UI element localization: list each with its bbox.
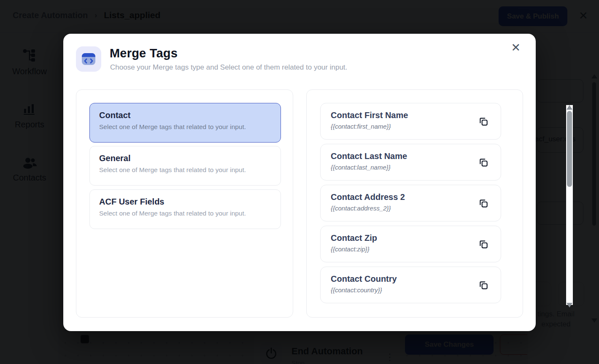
category-description: Select one of Merge tags that related to…: [99, 210, 271, 217]
modal-subtitle: Choose your Merge tags type and Select o…: [110, 63, 347, 72]
category-title: ACF User Fields: [99, 197, 271, 207]
merge-tag-label: Contact Address 2: [331, 192, 491, 202]
modal-title: Merge Tags: [110, 46, 178, 60]
merge-tag-code: {{contact:address_2}}: [331, 205, 491, 212]
merge-tags-icon-tile: [76, 46, 101, 72]
modal-close-icon[interactable]: ✕: [511, 42, 521, 54]
merge-tag-label: Contact Zip: [331, 233, 491, 243]
merge-tag-label: Contact Last Name: [331, 151, 491, 161]
copy-icon[interactable]: [478, 157, 489, 168]
category-description: Select one of Merge tags that related to…: [99, 123, 271, 131]
category-card-general[interactable]: General Select one of Merge tags that re…: [89, 146, 281, 186]
merge-tag-scrollbar[interactable]: [566, 105, 573, 305]
merge-tag-label: Contact First Name: [331, 111, 491, 120]
category-card-acf-user-fields[interactable]: ACF User Fields Select one of Merge tags…: [89, 189, 281, 229]
merge-tag-list-panel: Contact First Name {{contact:first_name}…: [306, 89, 523, 318]
merge-tag-item[interactable]: Contact First Name {{contact:first_name}…: [320, 103, 501, 140]
copy-icon[interactable]: [478, 280, 489, 291]
category-panel: Contact Select one of Merge tags that re…: [76, 89, 293, 318]
merge-tag-item[interactable]: Contact Zip {{contact:zip}}: [320, 226, 501, 262]
scroll-up-icon[interactable]: [567, 105, 572, 110]
merge-tag-item[interactable]: Contact Address 2 {{contact:address_2}}: [320, 185, 501, 221]
app-stage: Create Automation › Lists_applied Save &…: [0, 0, 599, 364]
category-card-contact[interactable]: Contact Select one of Merge tags that re…: [89, 103, 281, 143]
category-title: General: [99, 154, 271, 163]
copy-icon[interactable]: [478, 198, 489, 209]
merge-tag-code: {{contact:first_name}}: [331, 123, 491, 130]
copy-icon[interactable]: [478, 239, 489, 250]
category-title: Contact: [99, 111, 271, 120]
merge-tag-label: Contact Country: [331, 274, 491, 284]
merge-tag-code: {{contact:last_name}}: [331, 164, 491, 171]
merge-tag-code: {{contact:zip}}: [331, 245, 491, 253]
scrollbar-thumb[interactable]: [567, 111, 572, 187]
category-description: Select one of Merge tags that related to…: [99, 166, 271, 174]
merge-tag-code: {{contact:country}}: [331, 286, 491, 294]
copy-icon[interactable]: [478, 116, 489, 127]
code-window-icon: [81, 52, 97, 66]
merge-tags-modal: Merge Tags Choose your Merge tags type a…: [63, 34, 536, 331]
merge-tag-item[interactable]: Contact Country {{contact:country}}: [320, 267, 501, 303]
scroll-down-icon[interactable]: [567, 303, 572, 307]
merge-tag-item[interactable]: Contact Last Name {{contact:last_name}}: [320, 144, 501, 181]
